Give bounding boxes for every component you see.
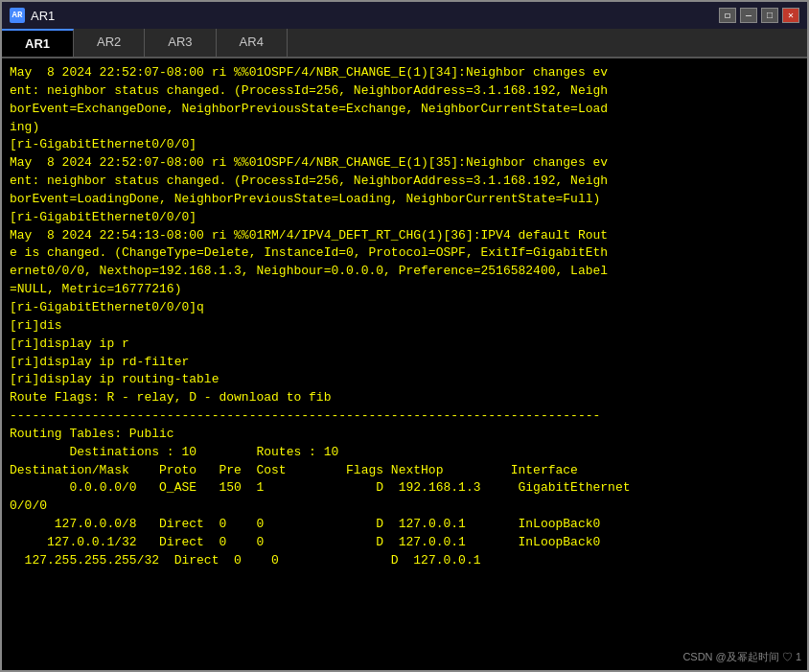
- maximize-button[interactable]: □: [761, 8, 778, 23]
- tab-ar1[interactable]: AR1: [2, 29, 74, 57]
- terminal-output[interactable]: May 8 2024 22:52:07-08:00 ri %%01OSPF/4/…: [2, 58, 807, 670]
- tab-ar2[interactable]: AR2: [74, 29, 145, 57]
- terminal-line: [ri-GigabitEthernet0/0/0]: [10, 209, 799, 227]
- terminal-line: May 8 2024 22:54:13-08:00 ri %%01RM/4/IP…: [10, 227, 799, 245]
- terminal-line: ----------------------------------------…: [10, 407, 799, 426]
- terminal-line: 127.0.0.1/32 Direct 0 0 D 127.0.0.1 InLo…: [10, 534, 799, 552]
- terminal-line: [ri-GigabitEthernet0/0/0]: [10, 136, 799, 154]
- tab-ar4[interactable]: AR4: [217, 29, 288, 57]
- terminal-line: [ri]dis: [10, 317, 799, 336]
- terminal-line: Destinations : 10 Routes : 10: [10, 444, 799, 462]
- tabs-bar: AR1 AR2 AR3 AR4: [2, 29, 807, 58]
- terminal-line: [ri]display ip r: [10, 336, 799, 354]
- terminal-line: 0.0.0.0/0 O_ASE 150 1 D 192.168.1.3 Giga…: [10, 479, 799, 498]
- terminal-line: ernet0/0/0, Nexthop=192.168.1.3, Neighbo…: [10, 263, 799, 281]
- terminal-line: May 8 2024 22:52:07-08:00 ri %%01OSPF/4/…: [10, 64, 799, 82]
- terminal-line: borEvent=ExchangeDone, NeighborPreviousS…: [10, 101, 799, 119]
- app-icon: AR: [10, 8, 25, 23]
- terminal-line: e is changed. (ChangeType=Delete, Instan…: [10, 244, 799, 263]
- title-bar: AR AR1 ◻ ― □ ✕: [2, 2, 807, 29]
- terminal-line: Route Flags: R - relay, D - download to …: [10, 389, 799, 407]
- main-window: AR AR1 ◻ ― □ ✕ AR1 AR2 AR3 AR4 May 8 202…: [0, 0, 809, 672]
- window-title: AR1: [31, 9, 55, 23]
- terminal-line: ent: neighbor status changed. (ProcessId…: [10, 173, 799, 191]
- terminal-line: ent: neighbor status changed. (ProcessId…: [10, 82, 799, 101]
- close-button[interactable]: ✕: [782, 8, 799, 23]
- restore-button[interactable]: ◻: [719, 8, 736, 23]
- terminal-line: Destination/Mask Proto Pre Cost Flags Ne…: [10, 462, 799, 480]
- terminal-line: 0/0/0: [10, 498, 799, 516]
- terminal-line: Routing Tables: Public: [10, 426, 799, 444]
- tab-ar3[interactable]: AR3: [145, 29, 216, 57]
- terminal-line: ing): [10, 119, 799, 137]
- terminal-line: =NULL, Metric=16777216): [10, 281, 799, 299]
- terminal-line: May 8 2024 22:52:07-08:00 ri %%01OSPF/4/…: [10, 154, 799, 173]
- terminal-line: [ri-GigabitEthernet0/0/0]q: [10, 299, 799, 317]
- terminal-line: [ri]display ip routing-table: [10, 371, 799, 389]
- minimize-button[interactable]: ―: [740, 8, 757, 23]
- watermark: CSDN @及幂起时间 ♡ 1: [682, 650, 801, 664]
- terminal-line: 127.0.0.0/8 Direct 0 0 D 127.0.0.1 InLoo…: [10, 516, 799, 534]
- terminal-line: [ri]display ip rd-filter: [10, 354, 799, 372]
- terminal-line: 127.255.255.255/32 Direct 0 0 D 127.0.0.…: [10, 552, 799, 570]
- window-controls: ◻ ― □ ✕: [719, 8, 799, 23]
- terminal-line: borEvent=LoadingDone, NeighborPreviousSt…: [10, 191, 799, 209]
- title-bar-left: AR AR1: [10, 8, 55, 23]
